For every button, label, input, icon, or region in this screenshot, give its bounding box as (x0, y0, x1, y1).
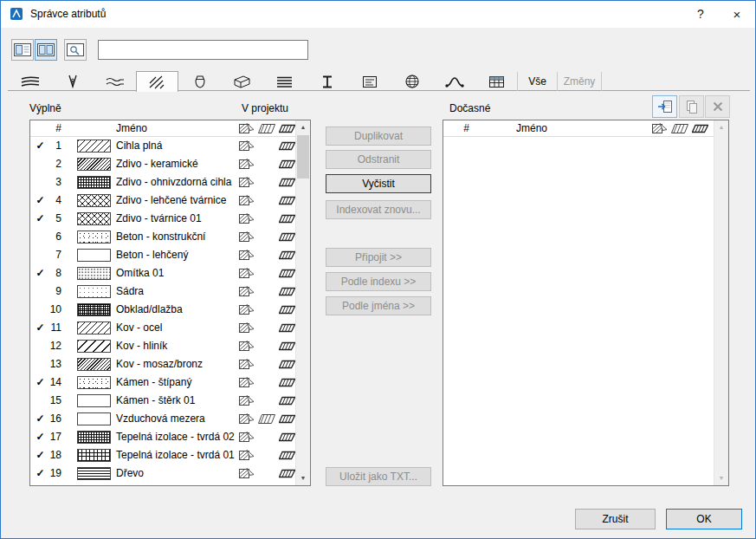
help-button[interactable]: ? (684, 1, 717, 28)
cut-fill-icon (277, 359, 295, 373)
tab-mep-systems[interactable] (433, 72, 475, 91)
fill-name: Zdivo - tvárnice 01 (116, 210, 202, 228)
fill-name: Cihla plná (116, 137, 162, 155)
project-fills-list: # Jméno ✓1Cihla plná2Zdivo - keramické3Z… (29, 120, 311, 486)
fill-row[interactable]: ✓1Cihla plná (30, 137, 295, 155)
close-button[interactable]: × (720, 1, 753, 28)
fill-name: Zdivo - keramické (116, 155, 198, 173)
delete-button[interactable]: Odstranit (326, 150, 431, 169)
append-button[interactable]: Připojit >> (326, 248, 431, 267)
fill-row[interactable]: 15Kámen - štěrk 01 (30, 392, 295, 410)
left-list-scrollbar[interactable]: ▲ ▼ (295, 120, 310, 485)
tab-operation-profiles[interactable] (475, 72, 518, 91)
tab-layers[interactable] (9, 72, 51, 91)
copy-icon (684, 100, 700, 114)
titlebar: Správce atributů ? × (1, 1, 755, 28)
fill-row[interactable]: 9Sádra (30, 282, 295, 301)
drafting-fill-icon (237, 377, 256, 391)
fill-name: Sádra (116, 282, 144, 301)
single-panel-view-button[interactable] (11, 39, 34, 61)
fill-row[interactable]: ✓8Omítka 01 (30, 264, 295, 282)
scroll-up-icon[interactable]: ▲ (296, 120, 310, 134)
dual-panel-view-button[interactable] (35, 39, 57, 61)
mep-systems-icon (444, 75, 465, 89)
operation-profiles-icon (487, 75, 507, 89)
duplicate-button[interactable]: Duplikovat (326, 127, 431, 146)
tab-surfaces[interactable] (178, 72, 221, 91)
tab-fills[interactable] (136, 71, 178, 92)
save-as-txt-button[interactable]: Uložit jako TXT... (326, 467, 431, 486)
left-panel-title: Výplně (29, 102, 61, 114)
cover-fill-icon (257, 123, 276, 137)
scroll-up-icon[interactable]: ▲ (714, 120, 728, 134)
fill-row[interactable]: 12Kov - hliník (30, 337, 295, 355)
fill-row[interactable]: ✓5Zdivo - tvárnice 01 (30, 210, 295, 228)
fill-row[interactable]: 7Beton - lehčený (30, 246, 295, 264)
right-list-scrollbar[interactable]: ▲ ▼ (714, 120, 728, 485)
scroll-down-icon[interactable]: ▼ (296, 471, 310, 485)
drafting-fill-icon (237, 450, 256, 464)
app-icon (10, 7, 23, 21)
tab-composites[interactable] (221, 72, 263, 91)
cut-fill-icon (277, 123, 296, 137)
fill-row[interactable]: ✓16Vzduchová mezera (30, 410, 295, 428)
tab-pens[interactable] (51, 72, 94, 91)
filter-input[interactable] (98, 40, 308, 60)
fill-row[interactable]: 2Zdivo - keramické (30, 155, 295, 173)
open-attribute-file-button[interactable] (652, 95, 677, 118)
fill-row[interactable]: 13Kov - mosaz/bronz (30, 355, 295, 373)
remove-temporary-button[interactable] (705, 95, 730, 118)
fill-pattern-swatch (77, 376, 111, 389)
overwrite-by-name-button[interactable]: Podle jména >> (326, 296, 431, 315)
overwrite-by-index-button[interactable]: Podle indexu >> (326, 272, 431, 291)
column-number: # (450, 120, 469, 137)
fill-row[interactable]: 3Zdivo - ohnivzdorná cihla (30, 173, 295, 192)
reindex-button[interactable]: Indexovat znovu... (326, 200, 431, 219)
cut-fill-icon (277, 213, 295, 227)
tab-locations[interactable] (391, 72, 433, 91)
fill-name: Beton - konstrukční (116, 228, 205, 246)
drafting-fill-icon (237, 195, 256, 209)
row-number: 18 (42, 446, 61, 464)
fill-row[interactable]: ✓11Kov - ocel (30, 319, 295, 337)
line-types-icon (105, 75, 126, 89)
cut-fill-icon (277, 250, 295, 263)
drafting-fill-icon (237, 140, 256, 154)
fill-row[interactable]: ✓4Zdivo - lehčené tvárnice (30, 192, 295, 210)
tab-profiles[interactable] (306, 72, 348, 91)
search-panel-view-button[interactable] (64, 39, 87, 61)
row-number: 13 (42, 355, 61, 373)
fill-row[interactable]: ✓17Tepelná izolace - tvrdá 02 (30, 428, 295, 446)
tab-line-types[interactable] (94, 72, 136, 91)
cancel-button[interactable]: Zrušit (575, 509, 656, 529)
tab-building-materials[interactable] (263, 72, 306, 91)
column-name: Jméno (116, 120, 147, 137)
drafting-fill-icon (237, 231, 256, 245)
purge-button[interactable]: Vyčistit (326, 174, 431, 193)
tab-zone-categories[interactable] (348, 72, 391, 91)
search-panel-view-icon (67, 43, 84, 56)
ok-button[interactable]: OK (666, 509, 742, 529)
fill-rows: ✓1Cihla plná2Zdivo - keramické3Zdivo - o… (30, 137, 295, 485)
copy-attributes-button[interactable] (679, 95, 704, 118)
drafting-fill-icon (237, 213, 256, 227)
single-panel-view-icon (14, 43, 31, 56)
tab-all[interactable]: Vše (517, 72, 557, 91)
fill-row[interactable]: 6Beton - konstrukční (30, 228, 295, 246)
building-materials-icon (275, 75, 294, 89)
fill-pattern-swatch (77, 340, 111, 353)
drafting-fill-icon (237, 322, 256, 336)
scrollbar-thumb[interactable] (297, 135, 309, 179)
fill-pattern-swatch (77, 212, 111, 225)
scroll-down-icon[interactable]: ▼ (714, 471, 728, 485)
drafting-fill-icon (237, 304, 256, 318)
fill-pattern-swatch (77, 431, 111, 444)
fill-row[interactable]: 10Obklad/dlažba (30, 301, 295, 319)
right-panel-title: Dočasné (449, 102, 490, 114)
fill-row[interactable]: ✓14Kámen - štípaný (30, 373, 295, 392)
fill-row[interactable]: ✓19Dřevo (30, 464, 295, 483)
tab-changes[interactable]: Změny (557, 72, 602, 91)
drafting-fill-icon (237, 432, 256, 445)
row-number: 6 (42, 228, 61, 246)
fill-row[interactable]: ✓18Tepelná izolace - tvrdá 01 (30, 446, 295, 464)
